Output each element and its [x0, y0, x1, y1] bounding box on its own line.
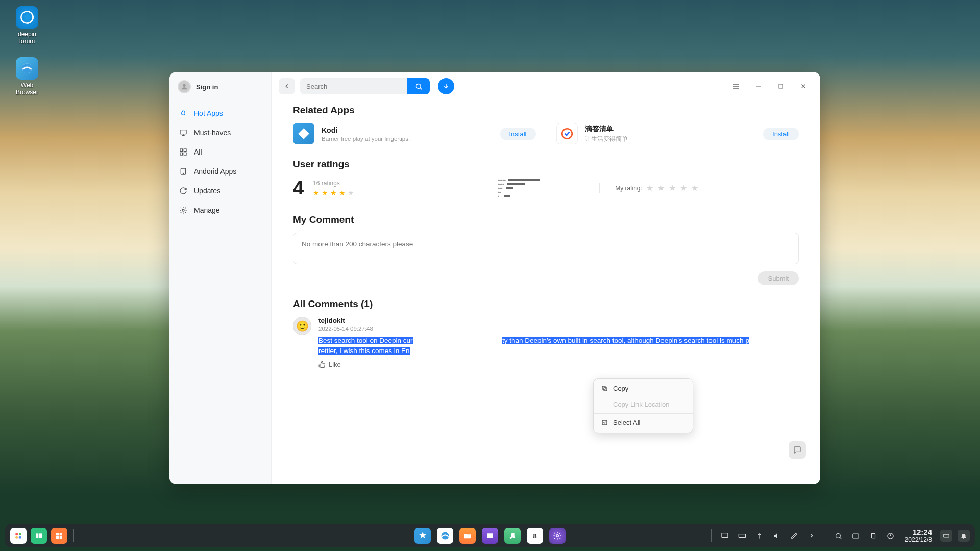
svg-rect-34 — [739, 534, 745, 538]
taskbar-clock[interactable]: 12:24 2022/12/8 — [902, 528, 935, 543]
svg-rect-23 — [39, 533, 42, 538]
menu-button[interactable] — [731, 82, 741, 91]
taskbar-music[interactable] — [504, 528, 521, 544]
sidebar-item-hot-apps[interactable]: Hot Apps — [169, 104, 271, 123]
svg-rect-7 — [180, 153, 183, 155]
svg-rect-39 — [944, 534, 949, 537]
install-button[interactable]: Install — [763, 128, 799, 140]
star-button[interactable]: ★ — [657, 183, 665, 193]
desktop-icon-deepin-forum[interactable]: deepin forum — [9, 6, 45, 45]
flame-icon — [179, 109, 188, 118]
section-user-ratings: User ratings — [293, 159, 799, 170]
search-button[interactable] — [407, 78, 430, 94]
svg-point-3 — [183, 84, 185, 87]
sidebar-item-updates[interactable]: Updates — [169, 181, 271, 201]
topbar — [272, 72, 820, 96]
star-button[interactable]: ★ — [691, 183, 698, 193]
back-button[interactable] — [279, 78, 295, 94]
section-my-comment: My Comment — [293, 214, 799, 226]
downloads-button[interactable] — [438, 78, 454, 94]
minimize-button[interactable] — [754, 82, 763, 91]
taskbar-browser[interactable] — [437, 528, 453, 544]
desktop-icon-web-browser[interactable]: Web Browser — [9, 57, 45, 96]
install-button[interactable]: Install — [500, 128, 536, 140]
svg-rect-33 — [722, 533, 728, 538]
svg-point-19 — [19, 533, 21, 535]
svg-rect-17 — [602, 420, 607, 425]
svg-point-10 — [183, 173, 183, 173]
multitask-button[interactable] — [31, 528, 47, 544]
workspace-button[interactable] — [51, 528, 67, 544]
sidebar-item-android-apps[interactable]: Andorid Apps — [169, 162, 271, 181]
sidebar-item-manage[interactable]: Manage — [169, 201, 271, 220]
like-button[interactable]: Like — [318, 361, 799, 368]
tray-clipboard-icon[interactable] — [867, 530, 879, 542]
tray-chevron-icon[interactable] — [805, 530, 818, 542]
tray-keyboard-layout-icon[interactable] — [940, 530, 952, 542]
taskbar-app-store[interactable] — [414, 528, 431, 544]
search-input[interactable] — [300, 78, 407, 94]
star-button[interactable]: ★ — [680, 183, 687, 193]
svg-point-20 — [15, 536, 18, 539]
taskbar-files[interactable] — [459, 528, 476, 544]
svg-point-30 — [510, 537, 512, 539]
content-scroll[interactable]: Related Apps Kodi Barrier free play at y… — [272, 96, 820, 484]
app-store-window: Sign in Hot Apps Must-haves All Andorid … — [169, 72, 820, 484]
svg-rect-36 — [853, 534, 859, 538]
tray-volume-icon[interactable] — [771, 530, 783, 542]
tray-desktop-icon[interactable] — [719, 530, 731, 542]
comment-textarea[interactable] — [293, 233, 799, 264]
taskbar: 8 12:24 2022/12/8 — [5, 524, 975, 547]
tray-power-icon[interactable] — [885, 530, 897, 542]
comment-text[interactable]: Best search tool on Deepin currently, mu… — [318, 336, 799, 357]
tray-search-icon[interactable] — [832, 530, 845, 542]
star-button[interactable]: ★ — [669, 183, 676, 193]
tray-edit-icon[interactable] — [788, 530, 800, 542]
svg-point-35 — [836, 533, 841, 538]
profile-signin[interactable]: Sign in — [169, 72, 271, 104]
refresh-icon — [179, 186, 188, 195]
sidebar-item-must-haves[interactable]: Must-haves — [169, 123, 271, 142]
tablet-icon — [179, 167, 188, 176]
clock-date: 2022/12/8 — [905, 537, 932, 543]
feedback-button[interactable] — [789, 441, 806, 459]
svg-rect-27 — [60, 536, 62, 539]
svg-rect-26 — [56, 536, 59, 539]
app-sub: 让生活变得简单 — [585, 135, 756, 143]
taskbar-image-viewer[interactable] — [482, 528, 498, 544]
star-icon: ★ — [339, 189, 346, 197]
ctx-select-all[interactable]: Select All — [594, 415, 693, 431]
svg-rect-25 — [60, 533, 62, 535]
tray-usb-icon[interactable] — [753, 530, 766, 542]
close-button[interactable] — [799, 82, 808, 91]
svg-rect-13 — [779, 84, 783, 88]
section-related-apps: Related Apps — [293, 105, 799, 116]
related-app-dida[interactable]: 滴答清单 让生活变得简单 Install — [556, 123, 799, 144]
my-rating-label: My rating: — [615, 185, 642, 192]
taskbar-separator — [74, 529, 74, 542]
tray-screenshot-icon[interactable] — [850, 530, 862, 542]
svg-point-21 — [19, 536, 21, 539]
maximize-button[interactable] — [776, 82, 786, 91]
related-app-kodi[interactable]: Kodi Barrier free play at your fingertip… — [293, 123, 536, 144]
star-icon: ★ — [330, 189, 337, 197]
star-icon: ★ — [322, 189, 328, 197]
submit-button[interactable]: Submit — [758, 271, 799, 285]
search-wrap — [300, 78, 430, 94]
svg-rect-4 — [180, 130, 186, 134]
taskbar-calendar[interactable]: 8 — [527, 528, 543, 544]
launcher-button[interactable] — [10, 528, 27, 544]
taskbar-separator — [711, 529, 712, 542]
star-icon: ★ — [348, 189, 354, 197]
comment-avatar-icon: 🙂 — [293, 317, 311, 335]
svg-point-31 — [513, 536, 515, 538]
taskbar-settings[interactable] — [549, 528, 566, 544]
desktop-icon-label: Web Browser — [9, 82, 45, 96]
app-name: Kodi — [322, 126, 493, 134]
tray-notifications-icon[interactable] — [958, 530, 970, 542]
tray-keyboard-icon[interactable] — [736, 530, 748, 542]
star-button[interactable]: ★ — [646, 183, 653, 193]
sidebar-item-all[interactable]: All — [169, 142, 271, 162]
ctx-copy[interactable]: Copy — [594, 381, 693, 396]
grid-icon — [179, 147, 188, 157]
